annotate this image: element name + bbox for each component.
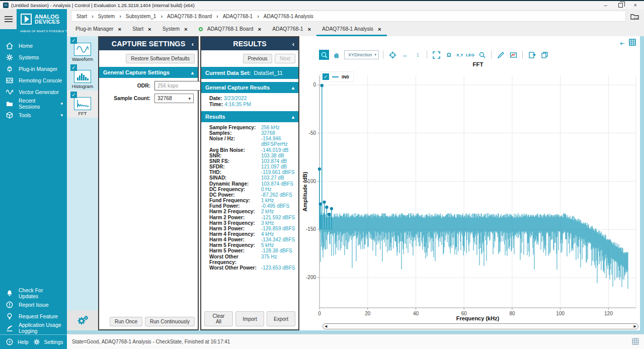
fit-extents-icon[interactable] [431, 50, 441, 60]
result-row: Fund Frequency:1 kHz [209, 198, 298, 203]
sidebar-item-settings[interactable]: Settings [33, 338, 63, 346]
close-tab-icon[interactable]: × [307, 26, 311, 32]
view-checkbox[interactable]: ✓ [70, 37, 77, 44]
restore-defaults-button[interactable]: Restore Software Defaults [126, 54, 195, 63]
hamburger-menu-icon[interactable] [0, 9, 17, 29]
y-axis-label: Amplitude (dB) [302, 171, 308, 211]
magnifier-icon[interactable] [477, 50, 487, 60]
horizontal-zoom-icon[interactable]: ↔ [400, 50, 410, 60]
breadcrumb-item[interactable]: ADAQ7768-1 Board [167, 14, 212, 19]
next-button[interactable]: Next [275, 54, 295, 63]
run-once-button[interactable]: Run Once [110, 317, 142, 326]
scroll-right-icon[interactable]: ▶ [634, 324, 636, 328]
view-checkbox[interactable]: ✓ [70, 64, 77, 71]
breadcrumb-item[interactable]: ADAQ7768-1 Analysis [264, 14, 313, 19]
sample-count-select[interactable]: 32768 ▾ [154, 94, 194, 103]
general-capture-results-header[interactable]: General Capture Results [205, 84, 270, 91]
chevron-up-icon[interactable]: ▴ [292, 85, 294, 91]
result-row: Harm 4 Frequency:4 kHz [209, 231, 298, 237]
sidebar-item-report-issue[interactable]: Report Issue [0, 299, 67, 310]
close-tab-icon[interactable]: × [148, 26, 151, 32]
collapse-panel-icon[interactable]: ‹ [192, 40, 194, 48]
tone-marker [325, 206, 328, 209]
layout-grid-icon[interactable] [632, 338, 639, 346]
breadcrumb-item[interactable]: System [98, 14, 115, 19]
export-data-icon[interactable] [527, 50, 537, 60]
legend-checkbox[interactable]: ✓ [323, 73, 329, 80]
sidebar-item-application-usage-logging[interactable]: Application Usage Logging [0, 322, 67, 333]
clear-all-button[interactable]: Clear All [204, 311, 233, 326]
export-session-icon[interactable] [630, 12, 640, 21]
tab-adaq7768-1-analysis[interactable]: ADAQ7768-1 Analysis× [316, 23, 387, 36]
breadcrumb-item[interactable]: Subsystem_1 [126, 14, 156, 19]
breadcrumb-bar: Start›System›Subsystem_1›ADAQ7768-1 Boar… [67, 9, 644, 23]
xy-direction-select[interactable]: XYDirection▾ [344, 50, 379, 59]
run-continuously-button[interactable]: Run Continuously [145, 317, 195, 326]
results-section-header[interactable]: Results [205, 114, 225, 120]
sidebar-item-home[interactable]: Home [0, 40, 67, 51]
collapse-panel-icon[interactable]: ‹ [292, 40, 294, 48]
help-icon: ? [5, 338, 14, 346]
toolstrip-tab-waveform[interactable]: ✓ Waveform [67, 36, 98, 63]
x-tick-label: 40 [413, 311, 419, 316]
chart-horizontal-scrollbar[interactable]: ◀ ▶ [323, 323, 638, 329]
breadcrumb-item[interactable]: Start [76, 14, 87, 19]
x-axis-label: Frequency (kHz) [456, 315, 500, 321]
tab-adaq7768-1[interactable]: ADAQ7768-1× [267, 23, 316, 36]
chart-toolbar: XYDirection▾ ↔ ↕ Ω X,Y LEG [319, 49, 549, 60]
xy-values-toggle[interactable]: X,Y [456, 53, 463, 57]
grid-view-icon[interactable] [629, 39, 636, 48]
sidebar-item-check-for-updates[interactable]: Check For Updates [0, 287, 67, 299]
import-button[interactable]: Import [235, 311, 264, 326]
view-checkbox[interactable]: ✓ [70, 92, 77, 98]
results-title: RESULTS [233, 40, 267, 48]
previous-button[interactable]: Previous [243, 54, 273, 63]
capture-settings-title: CAPTURE SETTINGS [112, 40, 186, 48]
sidebar-item-help[interactable]: Help [18, 339, 29, 345]
close-tab-icon[interactable]: × [378, 26, 381, 32]
annotate-pencil-icon[interactable] [496, 50, 506, 60]
undo-zoom-icon[interactable]: Ω [444, 50, 454, 60]
vertical-zoom-icon[interactable]: ↕ [413, 50, 423, 60]
tab-plug-in-manager[interactable]: Plug-in Manager× [70, 23, 127, 36]
content-frame-bottom [67, 330, 644, 334]
vector-icon [5, 88, 14, 96]
close-tab-icon[interactable]: × [258, 26, 261, 32]
sidebar-item-tools[interactable]: Tools▾ [0, 109, 67, 121]
tools-icon [5, 111, 14, 119]
sidebar-item-vector-generator[interactable]: Vector Generator [0, 86, 67, 98]
pan-hand-button[interactable] [332, 50, 342, 60]
copy-image-icon[interactable] [539, 50, 549, 60]
snapshot-icon[interactable] [508, 50, 518, 60]
sidebar-item-recent-sessions[interactable]: Recent Sessions▾ [0, 98, 67, 109]
close-tab-icon[interactable]: × [118, 26, 122, 32]
results-rows: Sample Frequency:256 kHzSamples:32768Noi… [201, 122, 298, 271]
legend-toggle[interactable]: LEG [466, 53, 474, 57]
general-capture-settings-header[interactable]: General Capture Settings [103, 69, 170, 75]
toolstrip-tab-fft[interactable]: ✓ FFT [67, 91, 98, 118]
toolstrip-tab-histogram[interactable]: ✓ Histogram [67, 63, 98, 91]
restore-button[interactable] [618, 3, 623, 8]
chevron-up-icon[interactable]: ▴ [191, 70, 194, 75]
analysis-settings-button[interactable] [67, 310, 98, 330]
dock-panel-icon[interactable]: ⇥ [620, 40, 625, 47]
result-row: Sample Frequency:256 kHz [209, 125, 298, 130]
tab-system[interactable]: System× [157, 23, 193, 36]
chevron-up-icon[interactable]: ▴ [292, 114, 294, 120]
minimize-button[interactable]: – [604, 2, 607, 9]
sidebar-item-plug-in-manager[interactable]: Plug-in Manager [0, 63, 67, 74]
y-tick-label: 0 [313, 82, 316, 88]
sidebar-item-systems[interactable]: Systems [0, 51, 67, 63]
tab-start[interactable]: Start× [127, 23, 156, 36]
zoom-mode-button[interactable] [319, 50, 329, 60]
scroll-left-icon[interactable]: ◀ [325, 324, 327, 328]
close-button[interactable]: × [634, 2, 637, 9]
current-data-set-value: DataSet_11 [254, 70, 283, 76]
tab-adaq7768-1-board[interactable]: ADAQ7768-1 Board× [193, 23, 267, 36]
breadcrumb-item[interactable]: ADAQ7768-1 [223, 14, 253, 19]
close-tab-icon[interactable]: × [184, 26, 188, 32]
sidebar-item-request-feature[interactable]: Request Feature [0, 310, 67, 322]
crosshair-icon[interactable] [387, 50, 397, 60]
export-button[interactable]: Export [267, 311, 295, 326]
sidebar-item-remoting-console[interactable]: Remoting Console [0, 74, 67, 86]
